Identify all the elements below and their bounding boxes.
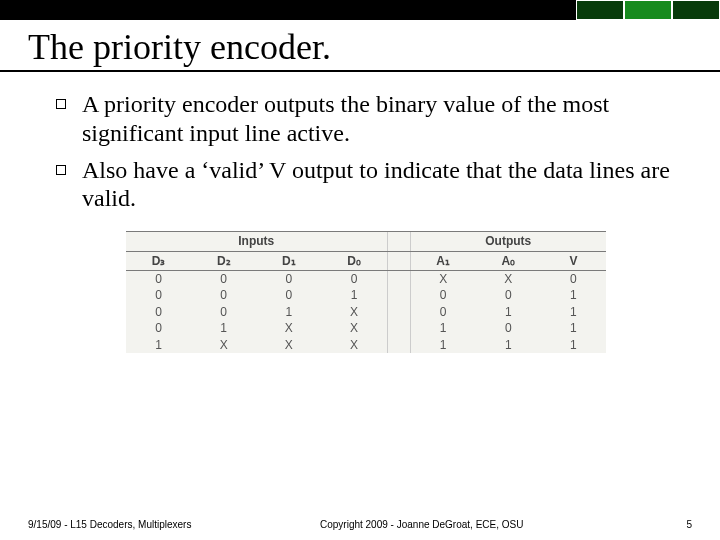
table-cell: 0 (126, 304, 191, 320)
col-header: A₁ (411, 252, 476, 270)
table-cell: X (411, 271, 476, 287)
list-item: Also have a ‘valid’ V output to indicate… (56, 156, 676, 214)
col-header: D₀ (321, 252, 386, 270)
table-divider (387, 320, 411, 336)
table-divider (387, 232, 411, 250)
table-cell: 0 (191, 287, 256, 303)
footer-left: 9/15/09 - L15 Decoders, Multiplexers (28, 519, 191, 531)
table-cell: 0 (126, 287, 191, 303)
table-row: 01XX101 (126, 320, 606, 336)
table-cell: 0 (191, 304, 256, 320)
table-cell: 0 (256, 287, 321, 303)
bullet-text: Also have a ‘valid’ V output to indicate… (82, 157, 670, 212)
table-cell: 0 (256, 271, 321, 287)
table-cell: 1 (541, 337, 606, 353)
table-cell: 0 (411, 304, 476, 320)
table-cell: 0 (476, 320, 541, 336)
table-cell: 1 (541, 287, 606, 303)
title-wrap: The priority encoder. (0, 20, 720, 72)
table-cell: 0 (476, 287, 541, 303)
table-cell: 1 (411, 337, 476, 353)
truth-table: Inputs Outputs D₃ D₂ D₁ D₀ A₁ A₀ V 0000X… (126, 231, 606, 353)
table-row: 001X011 (126, 304, 606, 320)
table-row: 0000XX0 (126, 271, 606, 287)
table-group-headers: Inputs Outputs (126, 232, 606, 251)
table-cell: 0 (541, 271, 606, 287)
bullet-list: A priority encoder outputs the binary va… (56, 90, 676, 213)
table-cell: 0 (126, 320, 191, 336)
footer-center: Copyright 2009 - Joanne DeGroat, ECE, OS… (191, 519, 652, 530)
col-header: D₂ (191, 252, 256, 270)
table-divider (387, 337, 411, 353)
table-cell: 0 (191, 271, 256, 287)
col-header: D₃ (126, 252, 191, 270)
table-cell: 1 (256, 304, 321, 320)
decor-cell (624, 0, 672, 20)
col-header: A₀ (476, 252, 541, 270)
square-bullet-icon (56, 99, 66, 109)
table-cell: 1 (476, 337, 541, 353)
table-cell: 0 (126, 271, 191, 287)
bullet-text: A priority encoder outputs the binary va… (82, 91, 609, 146)
table-cell: 1 (126, 337, 191, 353)
table-cell: X (191, 337, 256, 353)
col-header: V (541, 252, 606, 270)
slide-body: A priority encoder outputs the binary va… (0, 72, 720, 353)
slide-title: The priority encoder. (28, 26, 692, 68)
table-cell: 0 (321, 271, 386, 287)
table-cell: 1 (541, 320, 606, 336)
table-divider (387, 287, 411, 303)
table-row: 1XXX111 (126, 337, 606, 353)
table-cell: X (256, 337, 321, 353)
decor-cell (672, 0, 720, 20)
table-cell: 1 (411, 320, 476, 336)
top-decoration-bar (0, 0, 720, 20)
table-cell: X (476, 271, 541, 287)
table-cell: X (321, 320, 386, 336)
table-column-headers: D₃ D₂ D₁ D₀ A₁ A₀ V (126, 252, 606, 271)
table-divider (387, 271, 411, 287)
slide-footer: 9/15/09 - L15 Decoders, Multiplexers Cop… (0, 519, 720, 531)
table-rows: 0000XX00001001001X01101XX1011XXX111 (126, 271, 606, 353)
table-cell: 1 (476, 304, 541, 320)
table-cell: X (321, 304, 386, 320)
footer-page-number: 5 (652, 519, 692, 530)
table-cell: X (321, 337, 386, 353)
col-header: D₁ (256, 252, 321, 270)
slide: The priority encoder. A priority encoder… (0, 0, 720, 540)
table-cell: 1 (191, 320, 256, 336)
outputs-group-header: Outputs (411, 232, 606, 250)
table-cell: 0 (411, 287, 476, 303)
table-divider (387, 304, 411, 320)
table-cell: 1 (541, 304, 606, 320)
inputs-group-header: Inputs (126, 232, 387, 250)
table-cell: 1 (321, 287, 386, 303)
table-divider (387, 252, 411, 270)
square-bullet-icon (56, 165, 66, 175)
table-cell: X (256, 320, 321, 336)
table-row: 0001001 (126, 287, 606, 303)
list-item: A priority encoder outputs the binary va… (56, 90, 676, 148)
decor-cell (576, 0, 624, 20)
